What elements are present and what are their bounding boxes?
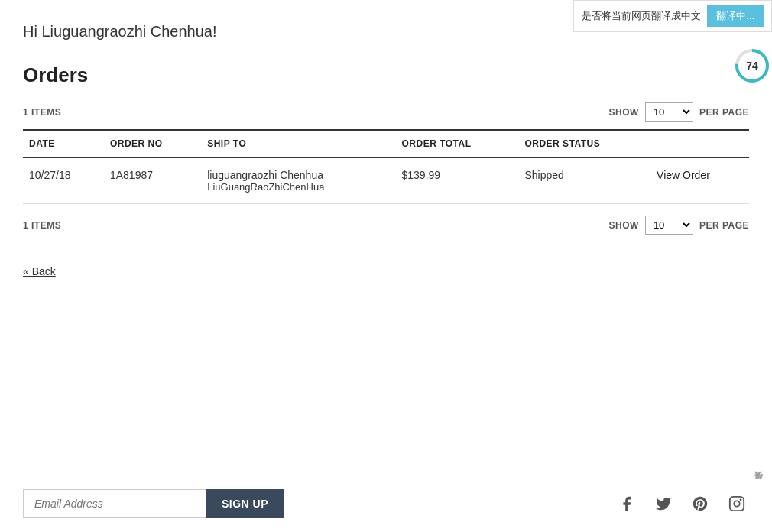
show-label-top: SHOW xyxy=(609,107,639,118)
col-date: DATE xyxy=(23,130,104,157)
progress-circle: 74 xyxy=(732,46,772,86)
ship-to-name1: liuguangraozhi Chenhua xyxy=(207,169,389,181)
bottom-items-count: 1 ITEMS xyxy=(23,220,61,231)
svg-rect-2 xyxy=(730,497,744,511)
email-input[interactable] xyxy=(23,489,206,518)
orders-table: DATE ORDER NO SHIP TO ORDER TOTAL ORDER … xyxy=(23,129,749,204)
svg-point-4 xyxy=(740,499,742,501)
col-ship-to: SHIP TO xyxy=(201,130,395,157)
footer: SIGN UP xyxy=(0,475,772,532)
bottom-controls: 1 ITEMS SHOW 10 25 50 PER PAGE xyxy=(23,216,749,235)
top-items-count: 1 ITEMS xyxy=(23,107,61,118)
per-page-label-bottom: PER PAGE xyxy=(699,220,749,231)
instagram-icon[interactable] xyxy=(725,491,749,516)
table-header-row: DATE ORDER NO SHIP TO ORDER TOTAL ORDER … xyxy=(23,130,749,157)
back-link[interactable]: « Back xyxy=(23,265,56,277)
ship-to-name2: LiuGuangRaoZhiChenHua xyxy=(207,181,389,193)
facebook-icon[interactable] xyxy=(615,491,639,516)
row-ship-to: liuguangraozhi Chenhua LiuGuangRaoZhiChe… xyxy=(201,157,395,204)
email-signup: SIGN UP xyxy=(23,489,284,518)
top-controls: 1 ITEMS SHOW 10 25 50 PER PAGE xyxy=(23,102,749,122)
per-page-top: SHOW 10 25 50 PER PAGE xyxy=(609,102,749,122)
twitter-icon[interactable] xyxy=(651,491,676,516)
signup-button[interactable]: SIGN UP xyxy=(206,489,284,518)
per-page-select-bottom[interactable]: 10 25 50 xyxy=(645,216,693,235)
table-row: 10/27/18 1A81987 liuguangraozhi Chenhua … xyxy=(23,157,749,204)
svg-point-3 xyxy=(734,501,739,506)
translate-button[interactable]: 翻译中... xyxy=(707,5,764,27)
row-order-no: 1A81987 xyxy=(104,157,201,204)
translation-bar: 是否将当前网页翻译成中文 翻译中... xyxy=(573,0,772,32)
pinterest-icon[interactable] xyxy=(688,491,712,516)
col-order-no: ORDER NO xyxy=(104,130,201,157)
per-page-bottom: SHOW 10 25 50 PER PAGE xyxy=(609,216,749,235)
show-label-bottom: SHOW xyxy=(609,220,639,231)
row-date: 10/27/18 xyxy=(23,157,104,204)
row-order-total: $139.99 xyxy=(396,157,519,204)
row-order-status: Shipped xyxy=(518,157,650,204)
social-icons xyxy=(615,491,749,516)
row-action[interactable]: View Order xyxy=(650,157,749,204)
main-content: Hi Liuguangraozhi Chenhua! Orders 1 ITEM… xyxy=(0,8,772,293)
col-order-status: ORDER STATUS xyxy=(518,130,650,157)
view-order-link[interactable]: View Order xyxy=(657,169,710,181)
per-page-label-top: PER PAGE xyxy=(699,107,749,118)
per-page-select-top[interactable]: 10 25 50 xyxy=(645,102,693,122)
progress-value: 74 xyxy=(746,60,758,72)
translation-text: 是否将当前网页翻译成中文 xyxy=(582,9,701,23)
page-title: Orders xyxy=(23,63,749,87)
col-action xyxy=(650,130,749,157)
col-order-total: ORDER TOTAL xyxy=(396,130,519,157)
